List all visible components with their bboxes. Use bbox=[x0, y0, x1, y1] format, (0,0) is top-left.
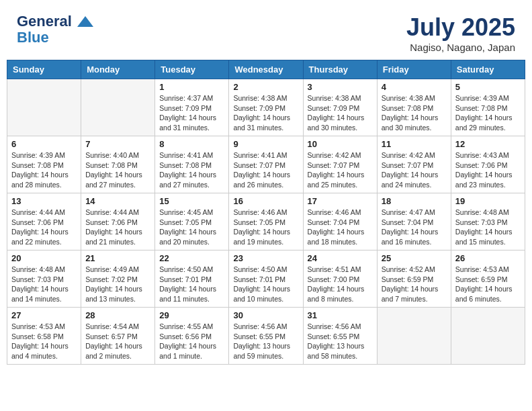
day-info: Sunrise: 4:41 AM Sunset: 7:08 PM Dayligh… bbox=[159, 150, 224, 190]
calendar-table: SundayMondayTuesdayWednesdayThursdayFrid… bbox=[7, 60, 525, 365]
day-number: 31 bbox=[308, 310, 373, 320]
day-cell bbox=[451, 308, 525, 365]
day-cell: 4Sunrise: 4:38 AM Sunset: 7:08 PM Daylig… bbox=[377, 79, 451, 136]
day-number: 20 bbox=[11, 253, 77, 263]
day-cell: 17Sunrise: 4:46 AM Sunset: 7:04 PM Dayli… bbox=[303, 193, 377, 250]
day-number: 8 bbox=[159, 139, 224, 149]
day-cell: 3Sunrise: 4:38 AM Sunset: 7:09 PM Daylig… bbox=[303, 79, 377, 136]
weekday-header-row: SundayMondayTuesdayWednesdayThursdayFrid… bbox=[7, 60, 525, 79]
location: Nagiso, Nagano, Japan bbox=[406, 42, 515, 53]
day-info: Sunrise: 4:45 AM Sunset: 7:05 PM Dayligh… bbox=[159, 208, 224, 247]
day-number: 2 bbox=[233, 82, 298, 92]
day-number: 29 bbox=[159, 310, 224, 320]
day-cell: 14Sunrise: 4:44 AM Sunset: 7:06 PM Dayli… bbox=[81, 193, 155, 250]
page-header: General Blue July 2025 Nagiso, Nagano, J… bbox=[7, 7, 525, 56]
day-info: Sunrise: 4:38 AM Sunset: 7:09 PM Dayligh… bbox=[308, 93, 373, 133]
weekday-monday: Monday bbox=[81, 60, 155, 79]
weekday-thursday: Thursday bbox=[303, 60, 377, 79]
month-title: July 2025 bbox=[406, 13, 515, 42]
day-cell: 9Sunrise: 4:41 AM Sunset: 7:07 PM Daylig… bbox=[229, 136, 303, 193]
week-row-1: 1Sunrise: 4:37 AM Sunset: 7:09 PM Daylig… bbox=[7, 79, 525, 136]
day-info: Sunrise: 4:43 AM Sunset: 7:06 PM Dayligh… bbox=[455, 150, 521, 190]
day-cell: 28Sunrise: 4:54 AM Sunset: 6:57 PM Dayli… bbox=[81, 308, 155, 365]
day-cell: 7Sunrise: 4:40 AM Sunset: 7:08 PM Daylig… bbox=[81, 136, 155, 193]
day-info: Sunrise: 4:52 AM Sunset: 6:59 PM Dayligh… bbox=[382, 265, 447, 304]
day-cell: 24Sunrise: 4:51 AM Sunset: 7:00 PM Dayli… bbox=[303, 250, 377, 308]
day-info: Sunrise: 4:44 AM Sunset: 7:06 PM Dayligh… bbox=[11, 208, 77, 247]
day-number: 11 bbox=[382, 139, 447, 149]
day-info: Sunrise: 4:39 AM Sunset: 7:08 PM Dayligh… bbox=[455, 93, 521, 133]
day-info: Sunrise: 4:55 AM Sunset: 6:56 PM Dayligh… bbox=[159, 322, 224, 361]
day-cell: 29Sunrise: 4:55 AM Sunset: 6:56 PM Dayli… bbox=[155, 308, 229, 365]
day-cell: 16Sunrise: 4:46 AM Sunset: 7:05 PM Dayli… bbox=[229, 193, 303, 250]
calendar-body: 1Sunrise: 4:37 AM Sunset: 7:09 PM Daylig… bbox=[7, 79, 525, 365]
day-number: 13 bbox=[11, 196, 77, 206]
day-info: Sunrise: 4:50 AM Sunset: 7:01 PM Dayligh… bbox=[159, 265, 224, 304]
day-cell: 21Sunrise: 4:49 AM Sunset: 7:02 PM Dayli… bbox=[81, 250, 155, 308]
day-cell: 26Sunrise: 4:53 AM Sunset: 6:59 PM Dayli… bbox=[451, 250, 525, 308]
day-number: 6 bbox=[11, 139, 77, 149]
day-info: Sunrise: 4:40 AM Sunset: 7:08 PM Dayligh… bbox=[85, 150, 150, 190]
day-info: Sunrise: 4:56 AM Sunset: 6:55 PM Dayligh… bbox=[233, 322, 298, 361]
day-info: Sunrise: 4:46 AM Sunset: 7:04 PM Dayligh… bbox=[308, 208, 373, 247]
day-info: Sunrise: 4:44 AM Sunset: 7:06 PM Dayligh… bbox=[85, 208, 150, 247]
weekday-wednesday: Wednesday bbox=[229, 60, 303, 79]
day-number: 17 bbox=[308, 196, 373, 206]
day-info: Sunrise: 4:51 AM Sunset: 7:00 PM Dayligh… bbox=[308, 265, 373, 304]
day-cell: 12Sunrise: 4:43 AM Sunset: 7:06 PM Dayli… bbox=[451, 136, 525, 193]
day-number: 25 bbox=[382, 253, 447, 263]
day-number: 22 bbox=[159, 253, 224, 263]
day-cell: 22Sunrise: 4:50 AM Sunset: 7:01 PM Dayli… bbox=[155, 250, 229, 308]
day-info: Sunrise: 4:46 AM Sunset: 7:05 PM Dayligh… bbox=[233, 208, 298, 247]
day-info: Sunrise: 4:37 AM Sunset: 7:09 PM Dayligh… bbox=[159, 93, 224, 133]
day-cell: 10Sunrise: 4:42 AM Sunset: 7:07 PM Dayli… bbox=[303, 136, 377, 193]
day-cell: 20Sunrise: 4:48 AM Sunset: 7:03 PM Dayli… bbox=[7, 250, 81, 308]
day-cell: 27Sunrise: 4:53 AM Sunset: 6:58 PM Dayli… bbox=[7, 308, 81, 365]
day-info: Sunrise: 4:42 AM Sunset: 7:07 PM Dayligh… bbox=[308, 150, 373, 190]
day-cell: 1Sunrise: 4:37 AM Sunset: 7:09 PM Daylig… bbox=[155, 79, 229, 136]
logo: General Blue bbox=[17, 13, 95, 46]
day-cell bbox=[377, 308, 451, 365]
day-info: Sunrise: 4:39 AM Sunset: 7:08 PM Dayligh… bbox=[11, 150, 77, 190]
day-info: Sunrise: 4:54 AM Sunset: 6:57 PM Dayligh… bbox=[85, 322, 150, 361]
day-number: 21 bbox=[85, 253, 150, 263]
day-info: Sunrise: 4:50 AM Sunset: 7:01 PM Dayligh… bbox=[233, 265, 298, 304]
day-number: 19 bbox=[455, 196, 521, 206]
day-cell bbox=[7, 79, 81, 136]
day-number: 5 bbox=[455, 82, 521, 92]
day-number: 16 bbox=[233, 196, 298, 206]
day-number: 28 bbox=[85, 310, 150, 320]
day-number: 7 bbox=[85, 139, 150, 149]
day-cell: 25Sunrise: 4:52 AM Sunset: 6:59 PM Dayli… bbox=[377, 250, 451, 308]
weekday-saturday: Saturday bbox=[451, 60, 525, 79]
day-number: 14 bbox=[85, 196, 150, 206]
svg-marker-0 bbox=[77, 16, 93, 27]
day-number: 26 bbox=[455, 253, 521, 263]
day-number: 3 bbox=[308, 82, 373, 92]
day-cell: 15Sunrise: 4:45 AM Sunset: 7:05 PM Dayli… bbox=[155, 193, 229, 250]
title-block: July 2025 Nagiso, Nagano, Japan bbox=[406, 13, 515, 53]
day-cell: 30Sunrise: 4:56 AM Sunset: 6:55 PM Dayli… bbox=[229, 308, 303, 365]
day-cell bbox=[81, 79, 155, 136]
day-info: Sunrise: 4:38 AM Sunset: 7:09 PM Dayligh… bbox=[233, 93, 298, 133]
week-row-3: 13Sunrise: 4:44 AM Sunset: 7:06 PM Dayli… bbox=[7, 193, 525, 250]
day-number: 24 bbox=[308, 253, 373, 263]
day-number: 10 bbox=[308, 139, 373, 149]
week-row-2: 6Sunrise: 4:39 AM Sunset: 7:08 PM Daylig… bbox=[7, 136, 525, 193]
logo-text: General bbox=[17, 13, 95, 30]
day-info: Sunrise: 4:49 AM Sunset: 7:02 PM Dayligh… bbox=[85, 265, 150, 304]
day-cell: 31Sunrise: 4:56 AM Sunset: 6:55 PM Dayli… bbox=[303, 308, 377, 365]
weekday-sunday: Sunday bbox=[7, 60, 81, 79]
week-row-4: 20Sunrise: 4:48 AM Sunset: 7:03 PM Dayli… bbox=[7, 250, 525, 308]
day-info: Sunrise: 4:48 AM Sunset: 7:03 PM Dayligh… bbox=[11, 265, 77, 304]
day-cell: 13Sunrise: 4:44 AM Sunset: 7:06 PM Dayli… bbox=[7, 193, 81, 250]
day-number: 4 bbox=[382, 82, 447, 92]
logo-blue: Blue bbox=[17, 30, 95, 46]
day-info: Sunrise: 4:38 AM Sunset: 7:08 PM Dayligh… bbox=[382, 93, 447, 133]
day-number: 1 bbox=[159, 82, 224, 92]
day-cell: 8Sunrise: 4:41 AM Sunset: 7:08 PM Daylig… bbox=[155, 136, 229, 193]
logo-icon bbox=[76, 15, 95, 30]
day-info: Sunrise: 4:48 AM Sunset: 7:03 PM Dayligh… bbox=[455, 208, 521, 247]
day-info: Sunrise: 4:53 AM Sunset: 6:58 PM Dayligh… bbox=[11, 322, 77, 361]
weekday-friday: Friday bbox=[377, 60, 451, 79]
